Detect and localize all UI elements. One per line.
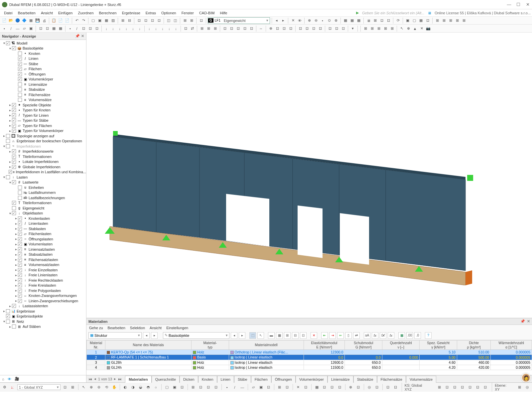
status-icon-21[interactable]: ⊡ [205, 384, 212, 391]
toolbar1-btn-46[interactable]: • [320, 18, 326, 24]
tree-twisty[interactable]: ▾ [8, 47, 12, 50]
tree-checkbox[interactable] [18, 82, 22, 86]
mat-header[interactable]: Materialmodell [229, 340, 304, 350]
screen-icon[interactable]: 🖥 [428, 11, 431, 15]
tree-item-8[interactable]: ≡Liniensätze [0, 82, 86, 87]
status-icon-5[interactable]: ⊖ [96, 384, 102, 391]
status-icon-40[interactable]: ⊡ [329, 384, 335, 391]
toolbar1-btn-70[interactable]: ⊞ [461, 18, 467, 24]
toolbar1-btn-59[interactable]: ⟳ [395, 18, 401, 24]
toolbar2-btn-26[interactable]: ↓ [160, 26, 166, 32]
tree-checkbox[interactable] [18, 278, 22, 282]
tree-item-22[interactable]: TTitelinformationen [0, 154, 86, 159]
toolbar1-btn-21[interactable]: ⊟ [126, 18, 132, 24]
tree-twisty[interactable]: ▸ [8, 304, 12, 308]
mat-row[interactable]: 4GL24hHolzIsotrop | Linear elastisch1150… [87, 365, 532, 370]
tree-checkbox[interactable] [12, 206, 16, 210]
toolbar2-btn-47[interactable]: ⊡ [281, 26, 287, 32]
tree-checkbox[interactable] [18, 93, 22, 97]
status-axes-icon[interactable]: ⟀ [9, 384, 16, 391]
tab-dicken[interactable]: Dicken [180, 376, 198, 383]
tree-checkbox[interactable] [18, 232, 22, 236]
toolbar1-btn-24[interactable]: ⊡ [143, 18, 149, 24]
toolbar1-btn-20[interactable]: ⊞ [120, 18, 126, 24]
tree-twisty[interactable]: ▾ [8, 211, 12, 215]
status-icon-13[interactable]: ○ [153, 384, 159, 391]
status-icon-36[interactable]: ⊡ [303, 384, 309, 391]
status-icon-7[interactable]: ✋ [111, 384, 118, 391]
toolbar1-btn-54[interactable]: 🖥 [365, 18, 371, 24]
toolbar2-btn-17[interactable]: ↓ [103, 26, 109, 32]
tree-checkbox[interactable] [6, 139, 10, 143]
tree-checkbox[interactable] [18, 289, 22, 293]
toolbar2-btn-9[interactable]: ▦ [58, 26, 64, 32]
tree-item-55[interactable]: ▸⊞Auf Stäben [0, 324, 86, 330]
tree-twisty[interactable]: ▸ [14, 278, 18, 282]
tree-item-49[interactable]: ▸↔Knoten-Zwangsverformungen [0, 293, 86, 299]
tree-item-40[interactable]: ▸≡Liniensatzlasten [0, 247, 86, 252]
toolbar2-btn-2[interactable]: — [15, 26, 21, 32]
toolbar1-btn-5[interactable]: 💾 [35, 18, 41, 24]
menu-bearbeiten[interactable]: Bearbeiten [15, 10, 38, 16]
toolbar2-btn-14[interactable]: ⊡ [87, 26, 93, 32]
grid1-icon[interactable]: ⊞ [284, 332, 291, 339]
fx3-icon[interactable]: fx [388, 332, 394, 339]
tree-checkbox[interactable] [12, 118, 16, 122]
search-icon[interactable]: ▶ [356, 11, 359, 15]
toolbar1-btn-8[interactable]: 📋 [51, 18, 57, 24]
tree-twisty[interactable]: ▾ [2, 320, 6, 323]
tab-öffnungen[interactable]: Öffnungen [271, 376, 296, 383]
status-icon-15[interactable]: ▢ [164, 384, 170, 391]
tree-twisty[interactable]: ▾ [8, 181, 12, 184]
toolbar2-btn-53[interactable]: ⊡ [317, 26, 323, 32]
tree-twisty[interactable]: ▸ [14, 237, 18, 241]
tree-item-7[interactable]: ▣Volumenkörper [0, 77, 86, 82]
tree-item-30[interactable]: abLastfallbezeichnungen [0, 195, 86, 200]
tree-item-43[interactable]: ▸≡Volumensatzlasten [0, 262, 86, 268]
tree-item-24[interactable]: ▸⊕Globale Imperfektionen [0, 164, 86, 170]
tree-twisty[interactable]: ▸ [14, 299, 18, 303]
toolbar2-btn-30[interactable]: ⊡ [183, 26, 189, 32]
tree-twisty[interactable]: ▸ [8, 113, 12, 117]
tree-checkbox[interactable] [12, 160, 16, 164]
tree-checkbox[interactable] [12, 211, 16, 215]
tree-checkbox[interactable] [18, 196, 22, 200]
toolbar2-btn-12[interactable]: / [74, 26, 80, 32]
tree-item-1[interactable]: ▾📦Basisobjekte [0, 46, 86, 51]
tab-liniensätze[interactable]: Liniensätze [328, 376, 353, 383]
mat-header[interactable]: Querdehnzahlν [–] [382, 340, 420, 350]
dec-icon[interactable]: .0 [414, 332, 421, 339]
tree-twisty[interactable]: ▸ [8, 103, 12, 107]
tree-item-2[interactable]: •Knoten [0, 51, 86, 56]
tree-checkbox[interactable] [18, 247, 22, 251]
status-icon-43[interactable]: ⊕ [347, 384, 354, 391]
mat-header[interactable]: Spez. Gewichtγ [kN/m³] [420, 340, 457, 350]
link-icon[interactable]: ⇄ [353, 332, 360, 339]
tree-checkbox[interactable] [12, 165, 16, 169]
select-icon[interactable]: ⬚ [249, 332, 256, 339]
tree-checkbox[interactable] [9, 170, 12, 174]
mat-header[interactable]: Wärmedehnzahlα [1/°C] [491, 340, 532, 350]
tree-twisty[interactable]: ▾ [2, 175, 6, 179]
toolbar1-btn-52[interactable]: ▦ [356, 18, 362, 24]
toolbar2-btn-18[interactable]: ↓ [110, 26, 116, 32]
menu-hilfe[interactable]: Hilfe [217, 10, 230, 16]
tree-twisty[interactable]: ▸ [8, 160, 12, 164]
tree-twisty[interactable]: ▸ [14, 268, 18, 272]
menu-zuordnen[interactable]: Zuordnen [75, 10, 96, 16]
toolbar2-btn-69[interactable]: ⊕ [405, 26, 411, 32]
mat-header[interactable]: SchubmodulG [N/mm²] [345, 340, 382, 350]
tree-checkbox[interactable] [12, 129, 16, 133]
tree-item-36[interactable]: ▸—Stablasten [0, 226, 86, 231]
toolbar2-btn-33[interactable]: ⊞ [199, 26, 205, 32]
toolbar1-btn-42[interactable]: 👁 [297, 18, 303, 24]
tree-item-51[interactable]: ▸↓Lastassistenten [0, 304, 86, 309]
status-icon-24[interactable]: • [224, 384, 230, 391]
navigator-pin-icon[interactable]: 📌 [75, 34, 80, 38]
fx2-icon[interactable]: fx̸ [380, 332, 386, 339]
tree-checkbox[interactable] [18, 242, 22, 246]
tree-checkbox[interactable] [6, 320, 10, 324]
tab-materialien[interactable]: Materialien [125, 376, 151, 383]
tab-volumensätze[interactable]: Volumensätze [406, 376, 436, 383]
status2-icon-0[interactable]: ⊞ [436, 384, 443, 391]
